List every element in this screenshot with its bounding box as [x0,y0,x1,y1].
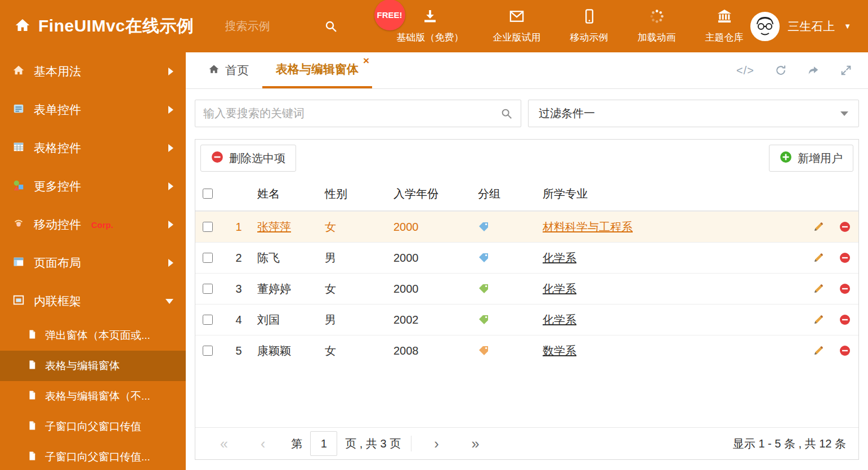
page-number-input[interactable] [310,431,337,456]
edit-row-icon[interactable] [807,345,833,356]
nav-item-theme-store[interactable]: 主题仓库 [705,8,744,44]
delete-row-icon[interactable] [833,221,860,232]
delete-selected-button[interactable]: 删除选中项 [200,145,296,172]
cell-name: 陈飞 [257,250,325,266]
row-checkbox[interactable] [203,222,213,232]
nav-item-label: 主题仓库 [705,31,744,44]
cell-major-link[interactable]: 材料科学与工程系 [543,220,807,235]
sidebar-item-mobile-controls[interactable]: 移动控件 Corp. [0,205,186,244]
delete-row-icon[interactable] [833,283,860,294]
keyword-search-box [195,100,521,127]
tag-icon [478,252,543,263]
add-circle-icon [780,151,792,166]
delete-row-icon[interactable] [833,345,860,356]
cell-major-link[interactable]: 化学系 [543,281,807,297]
sidebar-subitem-grid-edit-window[interactable]: 表格与编辑窗体 [0,351,186,381]
cell-gender: 男 [325,250,393,266]
last-page-icon[interactable]: » [471,437,479,451]
chevron-right-icon [168,221,173,229]
cell-year: 2008 [393,344,478,357]
cell-major-link[interactable]: 化学系 [543,250,807,266]
row-checkbox[interactable] [203,253,213,263]
select-all-checkbox[interactable] [203,189,213,199]
edit-row-icon[interactable] [807,283,833,294]
tab-home[interactable]: 首页 [195,52,262,88]
fullscreen-icon[interactable] [840,64,852,77]
search-icon[interactable] [500,108,513,120]
delete-row-icon[interactable] [833,314,860,325]
view-source-icon[interactable]: </> [736,64,754,77]
sidebar-item-basic-usage[interactable]: 基本用法 [0,52,186,91]
chevron-right-icon [168,106,173,114]
nav-item-loading-animation[interactable]: 加载动画 [638,8,676,44]
row-checkbox[interactable] [203,346,213,356]
open-new-window-icon[interactable] [807,64,820,77]
row-number: 5 [223,344,257,357]
app-logo[interactable]: FineUIMvc在线示例 [0,15,194,38]
col-header-major[interactable]: 所学专业 [543,186,807,202]
shapes-icon [12,179,25,194]
cell-major-link[interactable]: 数学系 [543,343,807,359]
chevron-down-icon [165,299,173,304]
layout-icon [12,256,25,271]
form-icon [12,102,25,118]
table-row[interactable]: 3 董婷婷 女 2000 化学系 [195,273,858,304]
nav-item-enterprise-trial[interactable]: 企业版试用 [493,8,541,44]
table-row[interactable]: 1 张萍萍 女 2000 材料科学与工程系 [195,211,858,242]
download-icon [422,8,438,27]
sidebar-subitem-child-to-parent[interactable]: 子窗口向父窗口传值 [0,411,186,442]
sidebar-item-form-controls[interactable]: 表单控件 [0,91,186,129]
file-icon [27,420,37,433]
col-header-year[interactable]: 入学年份 [393,186,478,202]
edit-row-icon[interactable] [807,314,833,325]
sidebar-item-grid-controls[interactable]: 表格控件 [0,129,186,167]
nav-item-label: 加载动画 [638,31,676,44]
header-search [225,20,338,33]
next-page-icon[interactable]: › [434,437,439,451]
sidebar-subitem-popup-window[interactable]: 弹出窗体（本页面或... [0,320,186,351]
row-checkbox[interactable] [203,315,213,325]
col-header-gender[interactable]: 性别 [325,186,393,202]
sidebar-subitem-grid-edit-window-2[interactable]: 表格与编辑窗体（不... [0,381,186,411]
record-summary: 显示 1 - 5 条 , 共 12 条 [733,436,846,451]
sidebar-item-iframe[interactable]: 内联框架 [0,282,186,320]
header-search-input[interactable] [225,20,310,33]
prev-page-icon[interactable]: ‹ [261,437,265,451]
search-icon[interactable] [324,20,338,33]
divider [411,436,411,451]
sidebar-subitem-child-to-parent-2[interactable]: 子窗口向父窗口传值... [0,442,186,470]
table-row[interactable]: 2 陈飞 男 2000 化学系 [195,242,858,273]
add-user-button[interactable]: 新增用户 [769,145,853,172]
home-logo-icon [15,17,30,35]
col-header-group[interactable]: 分组 [478,186,543,202]
content: 过滤条件一 删除选中项 新增用户 [186,100,868,460]
refresh-icon[interactable] [775,64,787,77]
tab-grid-edit-window[interactable]: 表格与编辑窗体 × [262,52,372,88]
table-row[interactable]: 4 刘国 男 2002 化学系 [195,304,858,335]
nav-item-label: 移动示例 [570,31,609,44]
delete-row-icon[interactable] [833,252,860,263]
nav-item-label: 企业版试用 [493,31,541,44]
edit-row-icon[interactable] [807,252,833,263]
nav-item-mobile-demo[interactable]: 移动示例 [570,8,609,44]
cell-year: 2000 [393,221,478,234]
sidebar-item-more-controls[interactable]: 更多控件 [0,167,186,205]
close-tab-icon[interactable]: × [363,55,369,66]
row-checkbox[interactable] [203,284,213,294]
username: 三生石上 [788,19,835,34]
app-title: FineUIMvc在线示例 [38,15,194,38]
row-number: 3 [223,283,257,296]
filter-dropdown-value: 过滤条件一 [539,106,595,121]
first-page-icon[interactable]: « [220,437,228,451]
sidebar-item-page-layout[interactable]: 页面布局 [0,244,186,282]
user-menu[interactable]: 三生石上 ▼ [750,12,868,41]
keyword-search-input[interactable] [203,107,500,120]
filter-dropdown[interactable]: 过滤条件一 [528,100,859,127]
table-row[interactable]: 5 康颖颖 女 2008 数学系 [195,335,858,366]
col-header-name[interactable]: 姓名 [257,186,325,202]
edit-row-icon[interactable] [807,221,833,232]
cell-major-link[interactable]: 化学系 [543,312,807,328]
page-label-suffix: 页 , 共 3 页 [345,436,401,451]
sidebar: 基本用法 表单控件 表格控件 更多控件 移动控件 Corp. 页面布局 内联框架… [0,52,186,470]
nav-item-basic-free[interactable]: FREE! 基础版（免费） [397,8,464,44]
